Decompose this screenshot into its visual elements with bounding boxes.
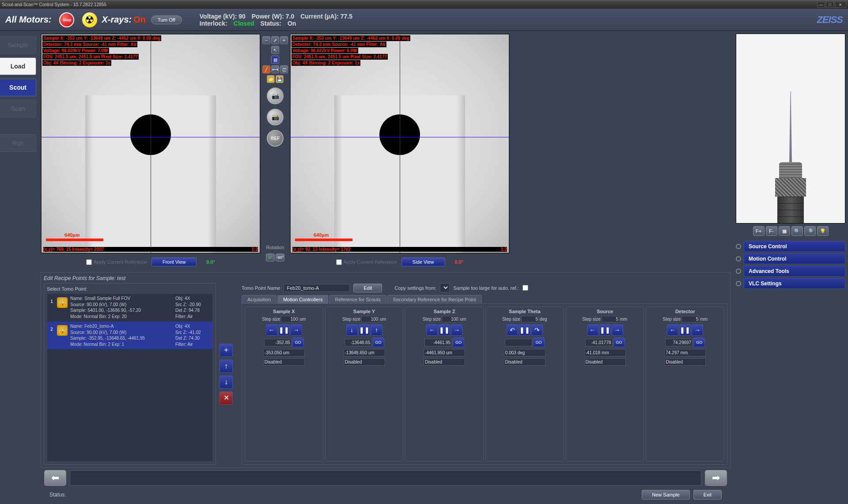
lock-icon[interactable]: 🔒 [57, 325, 68, 336]
lock-icon[interactable]: 🔒 [57, 297, 68, 308]
rotate-neg90-button[interactable]: -90° [276, 254, 284, 261]
copy-from-select[interactable] [440, 283, 450, 292]
measure-tool-icon[interactable]: ⟷ [271, 65, 279, 73]
minimize-button[interactable]: — [817, 2, 825, 8]
motor-det-stop[interactable]: ❚❚ [679, 324, 691, 336]
tomo-item-2[interactable]: 2 🔒 Name: Feb20_tomo-A Source: 90.00 (kV… [47, 322, 212, 349]
too-large-label: Sample too large for auto. ref.: [453, 285, 519, 291]
add-tomo-button[interactable]: ＋ [220, 344, 233, 357]
tomo-item-1[interactable]: 1 🔒 Name: Small Sample Full FOV Source: … [47, 294, 212, 322]
motor-src-go[interactable]: GO [613, 337, 625, 347]
motor-sy-step[interactable] [361, 316, 379, 322]
motor-sy-target[interactable] [344, 339, 372, 346]
motor-det-step[interactable] [681, 316, 699, 322]
ruler-tool-icon[interactable]: ◫ [280, 65, 288, 73]
motor-det-neg[interactable]: ← [667, 324, 678, 336]
motor-src-target[interactable] [585, 339, 613, 346]
zoom-in-icon[interactable]: + [280, 36, 288, 44]
close-button[interactable]: ✕ [835, 2, 846, 8]
motor-src-stop[interactable]: ❚❚ [599, 324, 611, 336]
front-view-button[interactable]: Front View [151, 258, 197, 266]
motion-control-radio[interactable] [736, 256, 741, 261]
too-large-check[interactable] [522, 285, 528, 291]
move-down-button[interactable]: ↓ [220, 375, 233, 389]
advanced-tools-header[interactable]: Advanced Tools [744, 266, 845, 277]
motor-sx-pos[interactable]: → [291, 324, 302, 336]
motor-sx-stop[interactable]: ❚❚ [278, 324, 290, 336]
folder-icon[interactable]: 📁 [267, 75, 275, 83]
focus-plus-icon[interactable]: F+ [753, 226, 765, 236]
motor-sz-pos[interactable]: → [451, 324, 462, 336]
motion-control-header[interactable]: Motion Control [744, 254, 845, 264]
motor-sz-stop[interactable]: ❚❚ [439, 324, 450, 336]
motor-src-pos[interactable]: → [612, 324, 623, 336]
tomo-list[interactable]: 1 🔒 Name: Small Sample Full FOV Source: … [47, 293, 213, 462]
motor-sx-step[interactable] [281, 316, 299, 322]
motor-sy-stop[interactable]: ❚❚ [359, 324, 370, 336]
motor-sx-target[interactable] [264, 339, 292, 346]
edit-button[interactable]: Edit [353, 284, 382, 292]
lamp-icon[interactable]: 💡 [817, 226, 829, 236]
front-apply-ref-check[interactable]: Apply Current Reference [86, 259, 147, 265]
zoom-fit-icon[interactable]: ⤢ [271, 36, 279, 44]
tab-secondary-reference[interactable]: Secondary Reference for Recipe Point [387, 295, 482, 303]
delete-tomo-button[interactable]: ✕ [220, 391, 233, 405]
tab-load[interactable]: Load [0, 57, 36, 75]
save-icon[interactable]: 💾 [276, 75, 284, 83]
histogram-icon[interactable]: ▤ [271, 56, 279, 64]
side-view-button[interactable]: Side View [401, 258, 445, 266]
zoom-in-icon[interactable]: 🔍 [791, 226, 803, 236]
next-arrow[interactable]: ➡ [705, 470, 727, 486]
tab-acquisition[interactable]: Acquisition [242, 295, 276, 303]
rotate-zero-button[interactable]: 0° [266, 254, 275, 261]
motor-st-go[interactable]: GO [533, 337, 545, 347]
motor-st-step[interactable] [521, 316, 539, 322]
side-apply-ref-check[interactable]: Apply Current Reference [336, 259, 397, 265]
vlc-settings-radio[interactable] [736, 281, 741, 286]
motor-st-pos[interactable]: ↷ [531, 324, 543, 336]
motor-src-step[interactable] [602, 316, 619, 322]
motor-sz-go[interactable]: GO [453, 337, 464, 347]
exit-button[interactable]: Exit [693, 490, 722, 500]
advanced-tools-radio[interactable] [736, 269, 741, 274]
tomo-name-input[interactable] [284, 284, 350, 292]
motor-det-go[interactable]: GO [693, 337, 705, 347]
prev-arrow[interactable]: ⬅ [44, 470, 66, 486]
side-viewport[interactable]: Sample X: -353 um Y: -13649 um Z: -4463 … [290, 34, 510, 254]
motor-sy-go[interactable]: GO [373, 337, 384, 347]
motor-det-pos[interactable]: → [692, 324, 703, 336]
tab-reference-scouts[interactable]: Reference for Scouts [329, 295, 386, 303]
motor-sz-neg[interactable]: ← [426, 324, 438, 336]
stop-button[interactable]: Stop [59, 12, 74, 27]
motor-sy-neg[interactable]: ↓ [346, 324, 358, 336]
motor-sz-step[interactable] [442, 316, 459, 322]
zoom-out-icon[interactable]: 🔎 [804, 226, 816, 236]
front-viewport[interactable]: Sample X: -353 um Y: -13649 um Z: -4462 … [41, 34, 261, 254]
motor-det-target[interactable] [665, 339, 693, 346]
line-tool-icon[interactable]: ╱ [262, 65, 270, 73]
move-up-button[interactable]: ↑ [220, 360, 233, 373]
vlc-settings-header[interactable]: VLC Settings [744, 278, 845, 289]
motor-sy-pos[interactable]: ↑ [371, 324, 382, 336]
source-control-radio[interactable] [736, 244, 741, 249]
motor-st-target[interactable] [505, 339, 532, 346]
tab-motion-controllers[interactable]: Motion Controllers [277, 295, 328, 303]
motor-sz-target[interactable] [424, 339, 452, 346]
motor-sx-go[interactable]: GO [292, 337, 304, 347]
reference-button[interactable]: REF [267, 130, 284, 147]
live-camera-icon[interactable]: 📷 [267, 87, 284, 104]
focus-minus-icon[interactable]: F- [766, 226, 777, 236]
maximize-button[interactable]: □ [826, 2, 834, 8]
motor-src-neg[interactable]: ← [587, 324, 598, 336]
source-control-header[interactable]: Source Control [744, 241, 845, 252]
turn-off-button[interactable]: Turn Off [151, 15, 182, 24]
motor-sx-neg[interactable]: ← [266, 324, 277, 336]
zoom-out-icon[interactable]: − [262, 36, 270, 44]
camera-settings-icon[interactable]: ▦ [779, 226, 790, 236]
motor-st-stop[interactable]: ❚❚ [519, 324, 530, 336]
snapshot-icon[interactable]: 📸 [267, 109, 284, 125]
new-sample-button[interactable]: New Sample [642, 490, 689, 500]
pointer-icon[interactable]: ↖ [271, 46, 279, 54]
tab-scout[interactable]: Scout [0, 79, 36, 96]
motor-st-neg[interactable]: ↶ [507, 324, 518, 336]
